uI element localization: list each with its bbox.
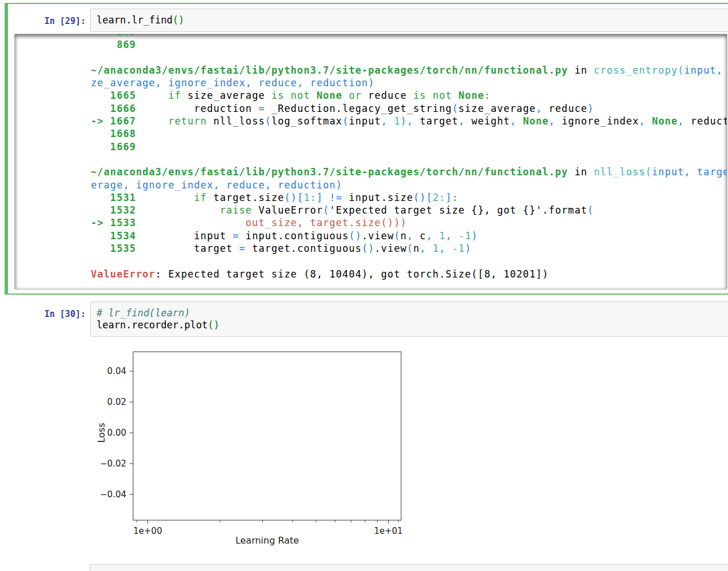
code-token: if <box>168 90 181 101</box>
code-token: in <box>568 65 594 76</box>
code-token: , <box>407 230 413 242</box>
input-prompt-29: In [29]: <box>8 9 90 26</box>
y-tick-label: −0.02 <box>100 459 126 469</box>
code-token: 1665 <box>91 90 142 101</box>
code-token: c <box>413 230 426 242</box>
code-token: if <box>194 192 207 203</box>
code-token: target.contiguous <box>246 243 362 254</box>
traceback-line: -> 1667 return nll_loss(log_softmax(inpu… <box>91 115 727 127</box>
traceback-line: 1666 reduction = _Reduction.legacy_get_s… <box>91 102 727 115</box>
code-token: ze_average, ignore_index, reduce, reduct… <box>91 77 375 89</box>
plot-frame <box>133 352 401 520</box>
code-token: ()[ <box>413 192 433 203</box>
code-token: reduction <box>142 103 258 114</box>
code-token: 1666 <box>91 103 142 114</box>
code-token: log_softmax <box>271 115 342 127</box>
code-token: reduce <box>362 90 413 101</box>
code-token: ~/anaconda3/envs/fastai/lib/python3.7/si… <box>91 166 568 178</box>
code-token: ( <box>394 230 400 242</box>
code-token: , <box>639 115 652 127</box>
code-token: raise <box>220 204 252 216</box>
code-token: target <box>142 243 239 254</box>
code-token <box>310 90 317 101</box>
y-tick-label: −0.04 <box>100 489 126 500</box>
code-token: 1668 <box>91 128 136 139</box>
code-token: is not <box>271 90 310 101</box>
code-token: None <box>317 90 342 101</box>
code-token: -1 <box>452 230 471 242</box>
code-token: 1 <box>433 230 446 242</box>
code-token <box>323 192 329 203</box>
code-token: None <box>523 115 549 127</box>
code-token: = <box>233 230 239 242</box>
code-token: or <box>349 90 362 101</box>
traceback-line: 1669 <box>91 140 727 153</box>
traceback-line: ze_average, ignore_index, reduce, reduct… <box>91 77 727 89</box>
code-token <box>452 90 458 101</box>
code-editor-29[interactable]: learn.lr_find() <box>90 9 728 32</box>
code-token: () <box>349 230 362 242</box>
code-cell-30: In [30]: # lr_find(learn)learn.recorder.… <box>8 301 728 337</box>
code-token <box>142 192 194 203</box>
code-token: () <box>173 14 184 26</box>
code-token: ] <box>317 192 323 203</box>
code-token: , <box>446 230 452 242</box>
code-token: -1 <box>446 243 465 254</box>
traceback-line: ~/anaconda3/envs/fastai/lib/python3.7/si… <box>91 64 727 77</box>
code-token: None <box>458 90 484 101</box>
next-cell-editor[interactable] <box>90 564 728 571</box>
code-token: reduce <box>542 103 587 114</box>
code-token: 1534 <box>91 230 142 242</box>
code-token: size_average <box>458 103 535 114</box>
code-token: input <box>142 230 233 242</box>
traceback-line: ValueError: Expected target size (8, 104… <box>91 268 727 280</box>
code-token: : <box>452 192 458 203</box>
code-token: size_average <box>181 90 271 101</box>
traceback-line: ~/anaconda3/envs/fastai/lib/python3.7/si… <box>91 166 727 178</box>
y-tick-label: 0.02 <box>107 397 126 407</box>
output-area-29[interactable]: 868 869 ~/anaconda3/envs/fastai/lib/pyth… <box>14 34 727 289</box>
code-token: n <box>401 230 407 242</box>
code-token: return <box>168 115 207 127</box>
code-editor-30[interactable]: # lr_find(learn)learn.recorder.plot() <box>90 301 728 337</box>
code-token: ( <box>265 115 271 127</box>
code-token: = <box>239 243 246 254</box>
code-token: -> 1667 <box>91 115 142 127</box>
code-token: 868 <box>91 34 136 38</box>
code-token: learn.lr_find <box>97 14 173 26</box>
code-token: ( <box>452 103 458 114</box>
traceback-line: 1668 <box>91 127 727 140</box>
code-token: learn.recorder.plot <box>97 319 207 331</box>
traceback-line: 869 <box>91 38 727 51</box>
traceback-line <box>91 255 727 267</box>
code-token: () <box>362 243 375 254</box>
code-token: 'Expected target size {}, got {}'.format <box>330 204 587 216</box>
code-token: cross_entropy( <box>594 65 684 76</box>
code-token: n <box>413 243 419 254</box>
code-token: 869 <box>91 39 136 50</box>
code-token: , <box>678 115 691 127</box>
code-token: 1: <box>303 192 317 203</box>
code-token: in <box>568 166 594 178</box>
code-token: 1 <box>394 115 400 127</box>
y-tick-label: 0.00 <box>107 428 126 438</box>
code-token: -> 1533 <box>91 217 142 228</box>
code-token: : Expected target size (8, 10404), got t… <box>155 268 549 280</box>
code-token: ( <box>342 115 349 127</box>
code-token: erage, ignore_index, reduce, reduction) <box>91 179 342 191</box>
code-token: , <box>420 243 426 254</box>
traceback-line: 1534 input = input.contiguous().view(n, … <box>91 230 727 242</box>
code-token: ValueError <box>252 204 323 216</box>
code-token: input.contiguous <box>239 230 349 242</box>
code-token: ( <box>407 243 413 254</box>
code-token: , <box>439 243 445 254</box>
code-token: input, target, weight, size_av <box>652 166 727 178</box>
traceback-line: 1532 raise ValueError('Expected target s… <box>91 204 727 216</box>
code-token <box>342 90 349 101</box>
x-tick-label: 1e+00 <box>133 526 162 536</box>
code-token: is not <box>413 90 452 101</box>
traceback-line: 1531 if target.size()[1:] != input.size(… <box>91 191 727 204</box>
code-cell-29: In [29]: learn.lr_find() 868 869 ~/anaco… <box>5 3 728 295</box>
y-axis-label: Loss <box>96 423 107 443</box>
code-token: target.size <box>207 192 284 203</box>
